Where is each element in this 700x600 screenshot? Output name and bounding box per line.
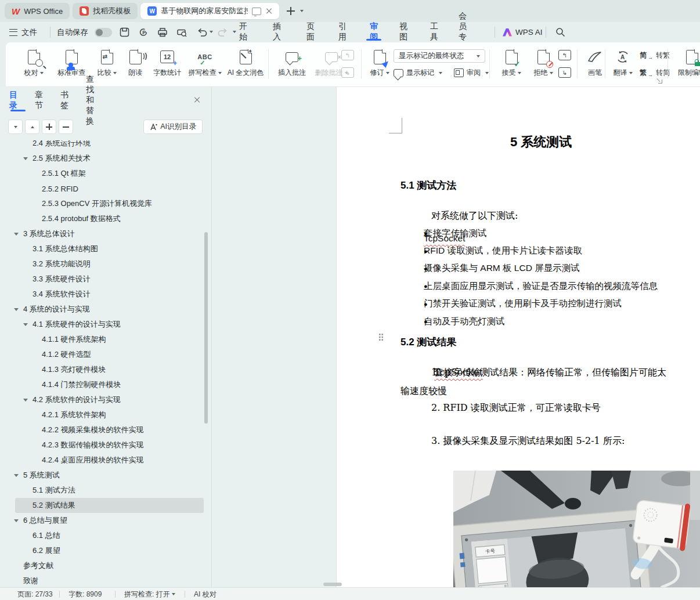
ai-proofread-button[interactable]: AI 校对 [194, 588, 217, 600]
toc-item[interactable]: 4.1.4 门禁控制硬件模块 [0, 377, 212, 392]
to-simplified-button[interactable]: 繁→ 转简 [640, 68, 670, 78]
to-traditional-button[interactable]: 简→ 转繁 [640, 50, 670, 60]
toc-item[interactable]: 4.1.3 亮灯硬件模块 [0, 362, 212, 377]
toc-item[interactable]: 6 总结与展望 [0, 513, 212, 528]
sidebar-tab[interactable]: 目录 [9, 92, 17, 109]
toc-item[interactable]: 6.1 总结 [0, 528, 212, 543]
toc-item[interactable]: 2.5.4 protobuf 数据格式 [0, 211, 212, 226]
reject-button[interactable]: 拒绝 [528, 48, 558, 84]
toc-item[interactable]: 2.5.1 Qt 框架 [0, 166, 212, 181]
collapse-all-button[interactable] [25, 120, 39, 134]
collapse-arrow-icon[interactable] [14, 233, 19, 236]
paragraph-drag-handle-icon[interactable] [378, 333, 384, 341]
toc-item[interactable]: 4.1 系统硬件的设计与实现 [0, 317, 212, 332]
page-indicator[interactable]: 页面: 27/33 [17, 588, 53, 600]
toc-item[interactable]: 4 系统的设计与实现 [0, 302, 212, 317]
toc-item[interactable]: 4.1.2 硬件选型 [0, 347, 212, 362]
tab-wps-office[interactable]: W WPS Office [5, 3, 70, 19]
wps-ai-button[interactable]: WPS AI [503, 22, 543, 42]
export-pdf-icon[interactable]: P [136, 26, 150, 39]
toc-item[interactable]: 4.2.3 数据传输模块的软件实现 [0, 438, 212, 453]
undo-dropdown-icon[interactable] [210, 31, 213, 33]
tab-list-dropdown-icon[interactable] [300, 10, 304, 12]
toolbar-collapse-icon[interactable] [233, 31, 236, 33]
toc-item[interactable]: 4.2.4 桌面应用模块的软件实现 [0, 453, 212, 468]
next-change-icon[interactable]: ↳ [558, 67, 571, 78]
review-pane-button[interactable]: 审阅 [454, 68, 489, 78]
toc-item[interactable]: 3 系统总体设计 [0, 226, 212, 241]
toc-item[interactable]: 4.1.1 硬件系统架构 [0, 332, 212, 347]
toc-item[interactable]: 5 系统测试 [0, 468, 212, 483]
toc-item[interactable]: 3.2 系统功能说明 [0, 256, 212, 272]
menu-tab[interactable]: 会员专享 [459, 22, 467, 41]
collapse-arrow-icon[interactable] [14, 519, 19, 522]
sidebar-tab[interactable]: 查找和替换 [86, 92, 94, 109]
toc-item[interactable]: 3.3 系统硬件设计 [0, 272, 212, 287]
toc-item[interactable]: 致谢 [0, 573, 212, 587]
save-icon[interactable] [117, 26, 131, 39]
toc-item[interactable]: 6.2 展望 [0, 543, 212, 558]
zoom-out-toc-button[interactable] [59, 120, 73, 134]
restrict-edit-button[interactable]: 限制编辑 [674, 48, 700, 84]
previous-change-icon[interactable]: ↰ [558, 50, 571, 60]
print-icon[interactable] [156, 26, 169, 39]
toc-item[interactable]: 参考文献 [0, 558, 212, 573]
insert-comment-button[interactable]: + 插入批注 [274, 48, 310, 84]
horizontal-scrollbar-thumb[interactable] [323, 583, 342, 586]
search-icon[interactable] [553, 26, 567, 39]
new-tab-button[interactable] [287, 7, 295, 15]
close-sidebar-icon[interactable] [194, 96, 201, 103]
autosave-toggle[interactable] [95, 22, 112, 42]
compare-button[interactable]: ⇄ 比较 [93, 48, 121, 84]
document-page[interactable]: 5 系统测试 5.1 测试方法 对系统做了以下测试: ● TcpSocket 套… [337, 87, 700, 587]
expand-all-button[interactable] [8, 120, 23, 134]
toc-item[interactable]: 5.1 测试方法 [0, 483, 212, 498]
screen-read-mode-icon[interactable] [252, 8, 261, 15]
collapse-arrow-icon[interactable] [23, 323, 28, 326]
menu-tab[interactable]: 插入 [273, 22, 281, 41]
accept-button[interactable]: ✓ 接受 [496, 48, 526, 84]
menu-tab[interactable]: 视图 [399, 22, 407, 41]
menu-tab[interactable]: 引用 [338, 22, 347, 41]
proofread-button[interactable]: 校对 [19, 48, 49, 84]
sidebar-tab[interactable]: 章节 [35, 92, 43, 109]
file-menu-button[interactable]: 文件 [9, 22, 37, 42]
toc-item[interactable]: 4.2.2 视频采集模块的软件实现 [0, 422, 212, 438]
markup-state-select[interactable]: 显示标记的最终状态 [394, 49, 485, 63]
menu-tab[interactable]: 开始 [239, 22, 247, 41]
read-aloud-button[interactable]: )) 朗读 [122, 48, 149, 84]
toc-item[interactable]: 4.2.1 系统软件架构 [0, 407, 212, 422]
menu-tab[interactable]: 页面 [306, 22, 315, 41]
translate-button[interactable]: A 翻译 [608, 48, 637, 84]
toc-item[interactable]: 2.5.2 RFID [0, 181, 212, 196]
tab-docer-templates[interactable]: 找稻壳模板 [73, 3, 138, 19]
word-count-indicator[interactable]: 字数: 8909 [68, 588, 102, 600]
toc-item[interactable]: 5.2 测试结果 [0, 498, 212, 513]
close-tab-icon[interactable] [265, 8, 272, 15]
collapse-arrow-icon[interactable] [23, 157, 28, 160]
sidebar-tab[interactable]: 书签 [60, 92, 68, 109]
print-preview-icon[interactable] [175, 26, 189, 39]
group-expand-icon[interactable] [657, 78, 662, 84]
toc-item[interactable]: 2.5 系统相关技术 [0, 151, 212, 166]
undo-icon[interactable] [195, 26, 209, 39]
show-markup-button[interactable]: 显示标记 [394, 68, 442, 78]
tab-current-document[interactable]: W 基于物联网的家居安防监控系 [140, 3, 279, 19]
toc-item[interactable]: 2.4 系统运行环境 [0, 140, 212, 151]
menu-tab[interactable]: 审阅 [370, 22, 378, 41]
collapse-arrow-icon[interactable] [23, 399, 28, 402]
toc-item[interactable]: 2.5.3 OpenCV 开源计算机视觉库 [0, 196, 212, 211]
ai-recognize-toc-button[interactable]: AI识别目录 [143, 120, 203, 134]
standard-review-button[interactable]: 标准审查 [52, 48, 91, 84]
toc-item[interactable]: 3.4 系统软件设计 [0, 287, 212, 302]
track-changes-button[interactable]: 修订 [366, 48, 394, 84]
collapse-arrow-icon[interactable] [14, 474, 19, 477]
menu-tab[interactable]: 工具 [430, 22, 438, 41]
toc-item[interactable]: 3.1 系统总体结构图 [0, 241, 212, 256]
collapse-arrow-icon[interactable] [14, 308, 19, 311]
sidebar-scrollbar[interactable] [204, 232, 208, 424]
spell-check-button[interactable]: ABC✓ 拼写检查 [187, 48, 223, 84]
ai-polish-button[interactable]: ✦ AI 全文润色 [225, 48, 266, 84]
zoom-in-toc-button[interactable] [42, 120, 56, 134]
spell-check-status[interactable]: 拼写检查: 打开 [124, 588, 175, 600]
